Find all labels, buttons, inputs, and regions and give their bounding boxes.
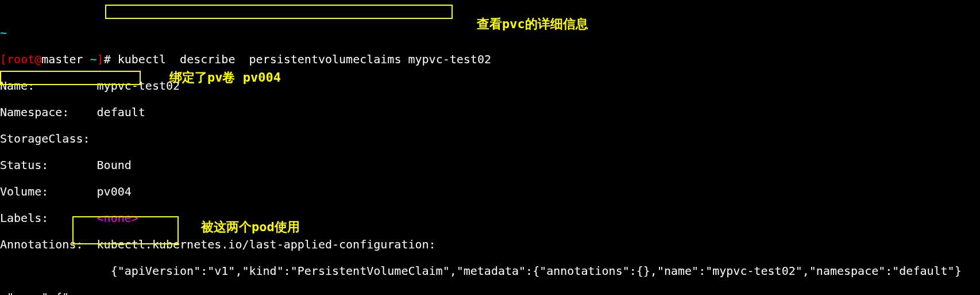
value-name: mypvc-test02: [97, 79, 180, 93]
value-annotations-2: {"apiVersion":"v1","kind":"PersistentVol…: [111, 264, 962, 265]
label-namespace: Namespace:: [0, 105, 97, 119]
line-volume: Volume: pv004: [0, 185, 980, 198]
command-text: kubectl describe persistentvolumeclaims …: [118, 52, 491, 66]
line-labels: Labels: <none>: [0, 212, 980, 225]
prompt-open: [: [0, 52, 7, 66]
label-status: Status:: [0, 158, 97, 172]
line-annotations-1: Annotations: kubectl.kubernetes.io/last-…: [0, 238, 980, 251]
line-status: Status: Bound: [0, 159, 980, 172]
value-volume: pv004: [97, 185, 132, 198]
label-name: Name:: [0, 79, 97, 93]
prompt-hash: #: [104, 52, 118, 66]
prompt-host: master: [41, 52, 83, 66]
value-status: Bound: [97, 158, 132, 172]
label-storageclass: StorageClass:: [0, 132, 97, 145]
prompt-close: ]: [97, 52, 104, 66]
label-annotations: Annotations:: [0, 237, 97, 251]
line-name: Name: mypvc-test02: [0, 79, 980, 93]
value-annotations-1: kubectl.kubernetes.io/last-applied-confi…: [97, 237, 436, 251]
value-namespace: default: [97, 105, 145, 119]
prompt-user: root: [7, 52, 34, 66]
indent-annotations: [0, 264, 111, 265]
label-volume: Volume:: [0, 185, 97, 198]
label-labels: Labels:: [0, 211, 97, 225]
cutoff-char: ~: [0, 26, 7, 40]
line-namespace: Namespace: default: [0, 106, 980, 119]
terminal-window[interactable]: ~ [root@master ~]# kubectl describe pers…: [0, 13, 980, 265]
line-cutoff: ~: [0, 26, 980, 40]
prompt-path: ~: [83, 52, 97, 66]
line-storageclass: StorageClass:: [0, 132, 980, 145]
value-labels: <none>: [97, 211, 138, 225]
line-prompt-cmd: [root@master ~]# kubectl describe persis…: [0, 53, 980, 66]
prompt-at: @: [34, 52, 41, 66]
